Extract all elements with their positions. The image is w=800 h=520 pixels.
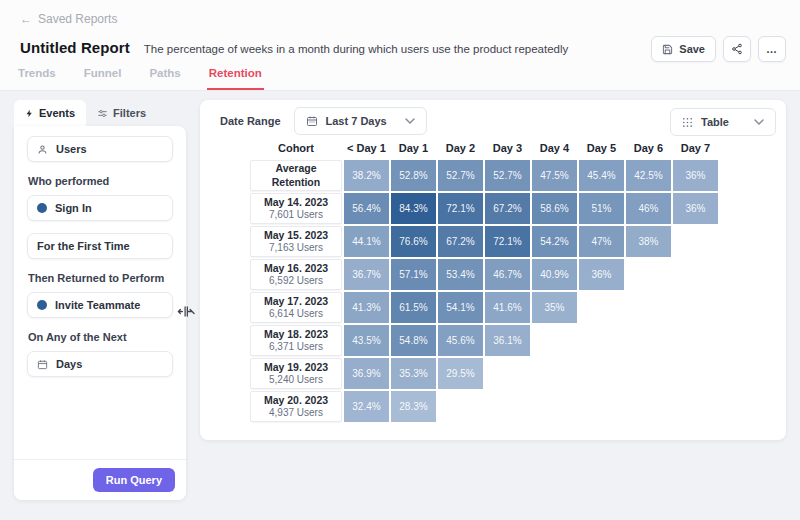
retention-cell[interactable]: 40.9% [532,259,577,290]
share-icon [731,43,743,55]
calendar-icon [37,359,48,370]
retention-panel: Date Range Last 7 Days Table Cohort< Day… [200,100,786,440]
sidebar-resize-handle[interactable] [177,304,195,322]
retention-row: May 19. 20235,240 Users36.9%35.3%29.5% [250,358,718,389]
day-column-header: Day 1 [391,138,436,158]
back-to-saved-reports[interactable]: ← Saved Reports [20,12,117,26]
empty-cell [438,391,483,422]
retention-cell[interactable]: 28.3% [391,391,436,422]
empty-cell [579,358,624,389]
retention-cell[interactable]: 38% [626,226,671,257]
date-range-select[interactable]: Last 7 Days [294,107,427,135]
retention-cell[interactable]: 36.9% [344,358,389,389]
cohort-label-cell: May 18. 20236,371 Users [250,325,342,356]
retention-cell[interactable]: 72.1% [485,226,530,257]
more-icon: … [766,43,778,55]
retention-cell[interactable]: 45.6% [438,325,483,356]
report-tabs: Trends Funnel Paths Retention [16,67,264,90]
interval-field[interactable]: Days [27,351,173,377]
retention-cell[interactable]: 46.7% [485,259,530,290]
retention-cell[interactable]: 36% [673,160,718,191]
retention-cell[interactable]: 72.1% [438,193,483,224]
share-button[interactable] [723,36,751,62]
retention-cell[interactable]: 36% [579,259,624,290]
date-range-label: Date Range [220,115,281,127]
empty-cell [532,325,577,356]
retention-cell[interactable]: 56.4% [344,193,389,224]
first-time-field-label: For the First Time [37,240,130,252]
retention-cell[interactable]: 54.8% [391,325,436,356]
page-title: Untitled Report [20,39,130,56]
retention-cell[interactable]: 51% [579,193,624,224]
tab-trends[interactable]: Trends [16,67,58,90]
empty-cell [532,391,577,422]
run-query-button[interactable]: Run Query [93,468,175,492]
retention-cell[interactable]: 43.5% [344,325,389,356]
retention-table-body: Average Retention38.2%52.8%52.7%52.7%47.… [250,160,718,422]
retention-cell[interactable]: 57.1% [391,259,436,290]
day-column-header: Day 4 [532,138,577,158]
retention-cell[interactable]: 61.5% [391,292,436,323]
performed-event-field[interactable]: Sign In [27,195,173,221]
retention-cell[interactable]: 35% [532,292,577,323]
retention-cell[interactable]: 54.1% [438,292,483,323]
retention-cell[interactable]: 32.4% [344,391,389,422]
retention-cell[interactable]: 52.7% [485,160,530,191]
retention-cell[interactable]: 76.6% [391,226,436,257]
view-type-select[interactable]: Table [670,108,776,136]
retention-cell[interactable]: 53.4% [438,259,483,290]
retention-cell[interactable]: 46% [626,193,671,224]
retention-cell[interactable]: 41.3% [344,292,389,323]
returned-event-field[interactable]: Invite Teammate [27,292,173,318]
users-field[interactable]: Users [27,136,173,162]
cohort-label-cell: May 19. 20235,240 Users [250,358,342,389]
retention-cell[interactable]: 35.3% [391,358,436,389]
retention-cell[interactable]: 44.1% [344,226,389,257]
retention-cell[interactable]: 36.1% [485,325,530,356]
retention-cell[interactable]: 36.7% [344,259,389,290]
retention-cell[interactable]: 84.3% [391,193,436,224]
empty-cell [673,391,718,422]
retention-cell[interactable]: 52.8% [391,160,436,191]
panel-toolbar: Date Range Last 7 Days Table [220,108,776,134]
sidebar-tab-events[interactable]: Events [14,100,86,126]
users-field-label: Users [56,143,87,155]
tab-paths[interactable]: Paths [147,67,182,90]
empty-cell [532,358,577,389]
chevron-down-icon [754,119,764,125]
event-dot [37,300,47,310]
view-type-value: Table [701,116,729,128]
retention-cell[interactable]: 67.2% [438,226,483,257]
sidebar-tabs: Events Filters [14,100,186,126]
first-time-field[interactable]: For the First Time [27,233,173,259]
retention-cell[interactable]: 58.6% [532,193,577,224]
more-options-button[interactable]: … [758,36,786,62]
empty-cell [579,391,624,422]
day-column-header: < Day 1 [344,138,389,158]
retention-cell[interactable]: 41.6% [485,292,530,323]
retention-cell[interactable]: 45.4% [579,160,624,191]
retention-cell[interactable]: 67.2% [485,193,530,224]
cohort-label-cell: May 17. 20236,614 Users [250,292,342,323]
save-button[interactable]: Save [651,36,716,62]
cohort-label-cell: May 16. 20236,592 Users [250,259,342,290]
sidebar-tab-filters[interactable]: Filters [86,100,157,126]
empty-cell [673,358,718,389]
on-any-label: On Any of the Next [28,331,172,343]
day-column-header: Day 2 [438,138,483,158]
retention-cell[interactable]: 29.5% [438,358,483,389]
empty-cell [673,259,718,290]
returned-event-label: Invite Teammate [55,299,140,311]
tab-funnel[interactable]: Funnel [82,67,124,90]
retention-cell[interactable]: 54.2% [532,226,577,257]
retention-cell[interactable]: 42.5% [626,160,671,191]
calendar-icon [306,115,318,127]
retention-cell[interactable]: 52.7% [438,160,483,191]
retention-cell[interactable]: 47.5% [532,160,577,191]
tab-retention[interactable]: Retention [207,67,264,90]
retention-cell[interactable]: 47% [579,226,624,257]
retention-cell[interactable]: 36% [673,193,718,224]
day-column-header: Day 3 [485,138,530,158]
retention-cell[interactable]: 38.2% [344,160,389,191]
date-range-value: Last 7 Days [326,115,387,127]
